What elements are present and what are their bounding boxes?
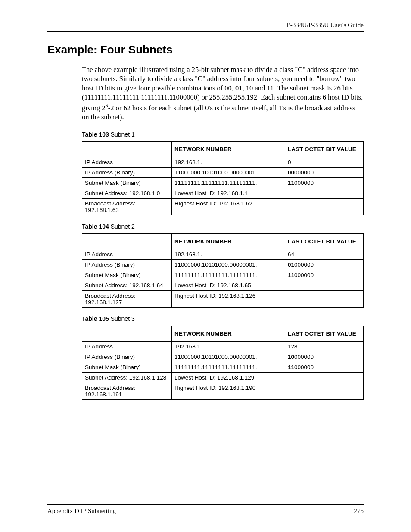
body-paragraph: The above example illustrated using a 25… bbox=[82, 65, 364, 121]
table-row: Broadcast Address: 192.168.1.191Highest … bbox=[82, 383, 364, 400]
table-cell: 128 bbox=[285, 342, 364, 352]
table-cell: Subnet Mask (Binary) bbox=[82, 362, 172, 373]
table-row: Broadcast Address: 192.168.1.127Highest … bbox=[82, 291, 364, 308]
body-bold-bits: 11 bbox=[169, 93, 176, 101]
rest-bits: 000000 bbox=[294, 261, 314, 268]
table-row: IP Address (Binary)11000000.10101000.000… bbox=[82, 352, 364, 362]
table-cell: 10000000 bbox=[285, 352, 364, 362]
table-row: IP Address192.168.1.0 bbox=[82, 157, 364, 168]
table-cell: 11000000 bbox=[285, 178, 364, 188]
appendix-label: Appendix D IP Subnetting bbox=[47, 507, 116, 514]
table-title: Subnet 2 bbox=[109, 223, 135, 230]
page-footer: Appendix D IP Subnetting 275 bbox=[47, 504, 364, 515]
table-row: Subnet Mask (Binary)11111111.11111111.11… bbox=[82, 178, 364, 188]
rest-bits: 000000 bbox=[294, 364, 314, 370]
table-header: NETWORK NUMBER bbox=[172, 326, 285, 342]
table-row: IP Address (Binary)11000000.10101000.000… bbox=[82, 168, 364, 178]
table-row: IP Address192.168.1.64 bbox=[82, 249, 364, 260]
table-number: Table 105 bbox=[82, 315, 109, 322]
table-row: Subnet Mask (Binary)11111111.11111111.11… bbox=[82, 270, 364, 280]
table-row: IP Address (Binary)11000000.10101000.000… bbox=[82, 260, 364, 270]
table-row: IP Address192.168.1.128 bbox=[82, 342, 364, 352]
table-header: NETWORK NUMBER bbox=[172, 234, 285, 249]
table-title: Subnet 1 bbox=[109, 131, 135, 138]
table-cell: 11000000.10101000.00000001. bbox=[172, 352, 285, 362]
bold-bits: 11 bbox=[288, 180, 294, 186]
table-row: Subnet Address: 192.168.1.128Lowest Host… bbox=[82, 373, 364, 383]
table-cell: Subnet Address: 192.168.1.128 bbox=[82, 373, 172, 383]
table-cell: 192.168.1. bbox=[172, 342, 285, 352]
table-caption: Table 105 Subnet 3 bbox=[82, 315, 364, 322]
table-cell: IP Address bbox=[82, 342, 172, 352]
table-cell: 0 bbox=[285, 157, 364, 168]
table-cell: Subnet Address: 192.168.1.64 bbox=[82, 280, 172, 291]
table-cell: 192.168.1. bbox=[172, 157, 285, 168]
table-number: Table 103 bbox=[82, 131, 109, 138]
table-cell: IP Address (Binary) bbox=[82, 168, 172, 178]
table-cell: Broadcast Address: 192.168.1.127 bbox=[82, 291, 172, 308]
table-header: LAST OCTET BIT VALUE bbox=[285, 234, 364, 249]
table-row: Subnet Address: 192.168.1.64Lowest Host … bbox=[82, 280, 364, 291]
table-cell: Highest Host ID: 192.168.1.190 bbox=[172, 383, 364, 400]
table-number: Table 104 bbox=[82, 223, 109, 230]
table-row: Subnet Address: 192.168.1.0Lowest Host I… bbox=[82, 188, 364, 199]
table-cell: IP Address bbox=[82, 249, 172, 260]
table-cell: 00000000 bbox=[285, 168, 364, 178]
table-cell: 01000000 bbox=[285, 260, 364, 270]
table-cell: Subnet Address: 192.168.1.0 bbox=[82, 188, 172, 199]
table-cell: Lowest Host ID: 192.168.1.1 bbox=[172, 188, 364, 199]
body-text-c: -2 or 62 hosts for each subnet (all 0's … bbox=[82, 103, 355, 121]
table-cell: Subnet Mask (Binary) bbox=[82, 178, 172, 188]
bold-bits: 11 bbox=[288, 364, 294, 370]
table-caption: Table 104 Subnet 2 bbox=[82, 223, 364, 230]
rest-bits: 000000 bbox=[294, 180, 314, 186]
rest-bits: 000000 bbox=[294, 354, 314, 360]
table-row: Broadcast Address: 192.168.1.63Highest H… bbox=[82, 199, 364, 215]
table-cell: 64 bbox=[285, 249, 364, 260]
bold-bits: 00 bbox=[288, 169, 294, 176]
table-header bbox=[82, 142, 172, 157]
table-header: NETWORK NUMBER bbox=[172, 142, 285, 157]
table-cell: Broadcast Address: 192.168.1.191 bbox=[82, 383, 172, 400]
page-number: 275 bbox=[354, 507, 364, 515]
table-cell: Broadcast Address: 192.168.1.63 bbox=[82, 199, 172, 215]
table-cell: Subnet Mask (Binary) bbox=[82, 270, 172, 280]
table-cell: IP Address bbox=[82, 157, 172, 168]
section-title: Example: Four Subnets bbox=[47, 43, 364, 56]
bold-bits: 11 bbox=[288, 272, 294, 278]
table-cell: IP Address (Binary) bbox=[82, 352, 172, 362]
table-cell: IP Address (Binary) bbox=[82, 260, 172, 270]
table-cell: Highest Host ID: 192.168.1.62 bbox=[172, 199, 364, 215]
rest-bits: 000000 bbox=[294, 272, 314, 278]
subnet-table: NETWORK NUMBERLAST OCTET BIT VALUEIP Add… bbox=[82, 233, 364, 308]
table-cell: Lowest Host ID: 192.168.1.65 bbox=[172, 280, 364, 291]
table-title: Subnet 3 bbox=[109, 315, 135, 322]
table-header bbox=[82, 326, 172, 342]
guide-title: P-334U/P-335U User's Guide bbox=[286, 22, 364, 28]
subnet-table: NETWORK NUMBERLAST OCTET BIT VALUEIP Add… bbox=[82, 326, 364, 400]
table-caption: Table 103 Subnet 1 bbox=[82, 131, 364, 138]
table-cell: 11000000 bbox=[285, 362, 364, 373]
table-row: Subnet Mask (Binary)11111111.11111111.11… bbox=[82, 362, 364, 373]
table-cell: 192.168.1. bbox=[172, 249, 285, 260]
bold-bits: 01 bbox=[288, 261, 294, 268]
table-header: LAST OCTET BIT VALUE bbox=[285, 142, 364, 157]
table-header bbox=[82, 234, 172, 249]
table-cell: Lowest Host ID: 192.168.1.129 bbox=[172, 373, 364, 383]
table-header: LAST OCTET BIT VALUE bbox=[285, 326, 364, 342]
table-cell: 11000000.10101000.00000001. bbox=[172, 260, 285, 270]
table-cell: 11000000 bbox=[285, 270, 364, 280]
subnet-table: NETWORK NUMBERLAST OCTET BIT VALUEIP Add… bbox=[82, 141, 364, 215]
table-cell: 11111111.11111111.11111111. bbox=[172, 178, 285, 188]
bold-bits: 10 bbox=[288, 354, 294, 360]
page-header: P-334U/P-335U User's Guide bbox=[47, 22, 364, 32]
table-cell: 11000000.10101000.00000001. bbox=[172, 168, 285, 178]
table-cell: 11111111.11111111.11111111. bbox=[172, 270, 285, 280]
table-cell: Highest Host ID: 192.168.1.126 bbox=[172, 291, 364, 308]
rest-bits: 000000 bbox=[294, 169, 314, 176]
table-cell: 11111111.11111111.11111111. bbox=[172, 362, 285, 373]
